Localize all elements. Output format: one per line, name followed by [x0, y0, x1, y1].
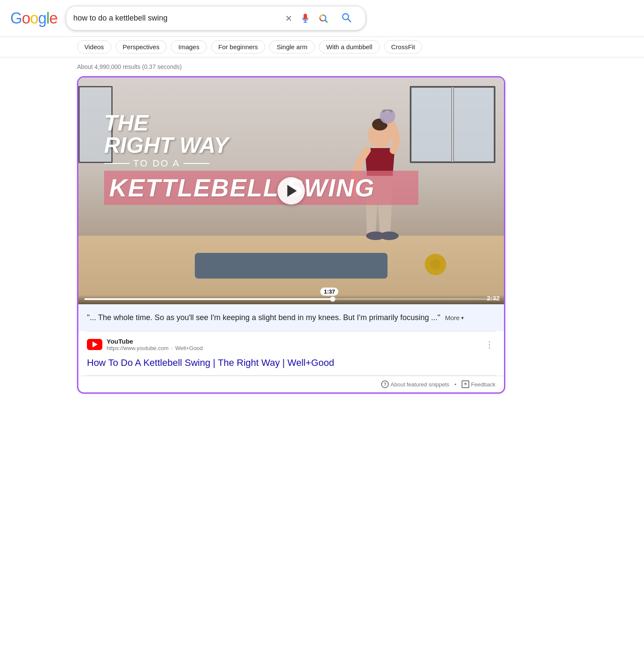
feedback-button[interactable]: ⚑ Feedback [462, 380, 495, 388]
chip-with-dumbbell-label: With a dumbbell [326, 43, 373, 50]
about-featured-snippets-label: About featured snippets [391, 381, 449, 388]
chevron-down-icon: ▾ [461, 314, 464, 322]
search-input[interactable]: how to do a kettlebell swing [73, 14, 279, 23]
window-right [410, 86, 495, 163]
svg-point-4 [343, 14, 349, 20]
chip-crossfit[interactable]: CrossFit [384, 40, 423, 53]
chip-perspectives[interactable]: Perspectives [116, 40, 167, 53]
more-label: More [445, 313, 459, 323]
svg-line-5 [348, 19, 351, 22]
footer-dot: • [454, 381, 456, 388]
chip-for-beginners-label: For beginners [218, 43, 258, 50]
clear-icon: ✕ [285, 13, 292, 24]
google-logo[interactable]: Google [10, 9, 57, 27]
source-name: YouTube [107, 338, 479, 345]
video-text-overlay: THE RIGHT WAY TO DO A KETTLEBELL SWING [104, 112, 418, 205]
chip-videos-label: Videos [84, 43, 104, 50]
more-options-icon: ⋮ [485, 339, 494, 350]
transcript-text: "... The whole time. So as you'll see I'… [87, 313, 440, 322]
chip-single-arm-label: Single arm [277, 43, 307, 50]
results-count-text: About 4,990,000 results (0.37 seconds) [77, 63, 182, 70]
progress-thumb [330, 297, 335, 302]
featured-snippet-card: THE RIGHT WAY TO DO A KETTLEBELL SWING 1… [77, 76, 505, 394]
video-controls: 1:37 2:32 [78, 295, 504, 304]
video-background: THE RIGHT WAY TO DO A KETTLEBELL SWING 1… [78, 77, 504, 304]
about-featured-snippets-button[interactable]: ? About featured snippets [381, 380, 449, 388]
progress-bar-fill [84, 298, 333, 300]
transcript-section: "... The whole time. So as you'll see I'… [78, 304, 504, 331]
chip-with-dumbbell[interactable]: With a dumbbell [319, 40, 380, 53]
search-icons: ✕ [283, 12, 330, 25]
search-submit-button[interactable] [334, 10, 358, 27]
source-url: https://www.youtube.com · Well+Good [107, 345, 479, 351]
window-pane-2 [453, 87, 494, 162]
chip-crossfit-label: CrossFit [391, 43, 415, 50]
logo-g2: g [38, 9, 46, 27]
chip-images[interactable]: Images [171, 40, 206, 53]
filter-bar: Videos Perspectives Images For beginners… [0, 37, 644, 57]
header: Google how to do a kettlebell swing ✕ [0, 0, 644, 37]
more-link[interactable]: More ▾ [445, 313, 464, 323]
overlay-line4: KETTLEBELL SWING [109, 174, 413, 202]
time-current-bubble: 1:37 [320, 288, 338, 296]
source-info: YouTube https://www.youtube.com · Well+G… [107, 338, 479, 351]
chip-single-arm[interactable]: Single arm [269, 40, 315, 53]
play-triangle-icon [287, 185, 297, 197]
main-content: THE RIGHT WAY TO DO A KETTLEBELL SWING 1… [0, 76, 644, 394]
results-count: About 4,990,000 results (0.37 seconds) [0, 57, 644, 76]
logo-l: l [46, 9, 49, 27]
lens-icon [318, 13, 328, 24]
logo-e: e [49, 9, 57, 27]
mic-icon [300, 13, 310, 24]
kettlebell-on-floor [423, 246, 448, 276]
logo-g: G [10, 9, 22, 27]
overlay-pink-bg: KETTLEBELL SWING [104, 171, 418, 205]
lens-button[interactable] [316, 12, 330, 25]
logo-o1: o [22, 9, 30, 27]
svg-point-13 [430, 259, 441, 270]
kettlebell-svg [423, 246, 448, 276]
svg-line-3 [325, 20, 328, 22]
help-circle-icon: ? [381, 380, 389, 388]
source-author: Well+Good [175, 345, 203, 351]
feedback-label: Feedback [471, 381, 495, 388]
search-icon [341, 12, 352, 23]
source-row: YouTube https://www.youtube.com · Well+G… [78, 332, 504, 354]
clear-button[interactable]: ✕ [283, 12, 294, 25]
feedback-icon: ⚑ [462, 380, 469, 388]
progress-bar[interactable] [84, 298, 498, 300]
chip-for-beginners[interactable]: For beginners [211, 40, 265, 53]
youtube-logo [87, 339, 102, 350]
source-menu-button[interactable]: ⋮ [483, 338, 495, 351]
video-thumbnail[interactable]: THE RIGHT WAY TO DO A KETTLEBELL SWING 1… [78, 77, 504, 304]
overlay-line3: TO DO A [104, 158, 418, 169]
source-separator: · [171, 345, 173, 351]
source-url-text: https://www.youtube.com [107, 345, 169, 351]
overlay-line2: RIGHT WAY [104, 134, 418, 156]
chip-videos[interactable]: Videos [77, 40, 111, 53]
card-footer: ? About featured snippets • ⚑ Feedback [78, 376, 504, 392]
logo-o2: o [30, 9, 38, 27]
chip-images-label: Images [178, 43, 199, 50]
overlay-line1: THE [104, 112, 418, 134]
youtube-play-icon [92, 341, 98, 347]
svg-point-11 [380, 232, 399, 240]
play-button[interactable] [277, 177, 305, 205]
video-title-text: How To Do A Kettlebell Swing | The Right… [87, 357, 334, 368]
video-title-link[interactable]: How To Do A Kettlebell Swing | The Right… [78, 354, 504, 375]
voice-search-button[interactable] [298, 12, 312, 25]
search-bar[interactable]: how to do a kettlebell swing ✕ [66, 6, 366, 30]
chip-perspectives-label: Perspectives [123, 43, 160, 50]
time-total: 2:32 [487, 294, 500, 302]
